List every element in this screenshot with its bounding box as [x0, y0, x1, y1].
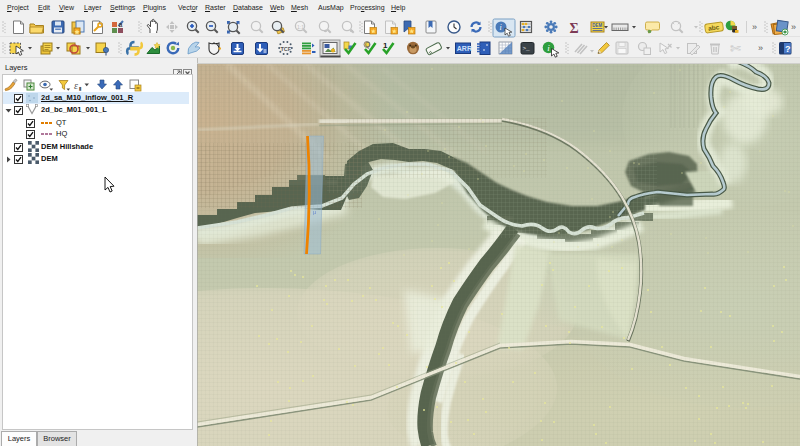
svg-text:✄: ✄: [730, 41, 741, 56]
svg-text:Q: Q: [365, 41, 370, 49]
svg-text:DEM: DEM: [592, 23, 602, 28]
svg-text:?: ?: [785, 44, 791, 54]
svg-text:ARR: ARR: [457, 45, 472, 52]
svg-text:1:1: 1:1: [297, 24, 304, 30]
svg-text:»: »: [758, 43, 763, 53]
svg-text:i: i: [500, 23, 502, 32]
svg-text:▮: ▮: [79, 85, 82, 91]
svg-text:»: »: [752, 22, 757, 32]
svg-text:μ: μ: [313, 209, 317, 215]
svg-text:a: a: [119, 21, 123, 28]
svg-text:»: »: [791, 22, 796, 32]
svg-text:ε: ε: [74, 80, 78, 91]
svg-text:>_: >_: [523, 45, 531, 52]
svg-text:Σ: Σ: [570, 21, 579, 36]
